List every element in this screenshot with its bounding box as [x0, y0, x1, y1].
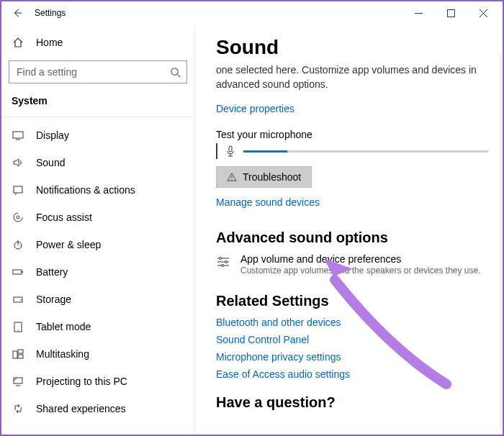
sidebar-item-tablet-mode[interactable]: Tablet mode — [1, 313, 194, 340]
warning-icon — [227, 172, 237, 182]
sidebar-item-sound[interactable]: Sound — [1, 149, 194, 176]
sound-control-panel-link[interactable]: Sound Control Panel — [216, 334, 488, 345]
projecting-icon — [12, 376, 24, 387]
page-title: Sound — [216, 36, 488, 59]
svg-rect-14 — [18, 355, 23, 358]
sidebar-item-power-sleep[interactable]: Power & sleep — [1, 231, 194, 258]
svg-rect-6 — [13, 270, 22, 274]
sidebar-item-battery[interactable]: Battery — [1, 258, 194, 286]
svg-point-4 — [17, 216, 19, 219]
app-volume-title: App volume and device preferences — [240, 253, 481, 265]
maximize-button[interactable] — [435, 1, 467, 24]
sidebar-item-display[interactable]: Display — [1, 122, 194, 149]
svg-rect-3 — [14, 186, 22, 193]
page-description: one selected here. Customize app volumes… — [216, 63, 488, 91]
sidebar-item-label: Notifications & actions — [36, 184, 135, 196]
svg-rect-13 — [18, 350, 23, 353]
sidebar-item-shared-experiences[interactable]: Shared experiences — [1, 395, 194, 422]
sidebar-item-multitasking[interactable]: Multitasking — [1, 340, 194, 368]
scrollbar[interactable] — [500, 53, 501, 430]
sidebar-home[interactable]: Home — [1, 29, 194, 56]
sidebar-item-notifications[interactable]: Notifications & actions — [1, 176, 194, 204]
content-pane: Sound one selected here. Customize app v… — [194, 24, 503, 435]
sidebar-item-label: Storage — [36, 294, 71, 305]
minimize-button[interactable] — [402, 1, 435, 24]
sidebar-item-storage[interactable]: Storage — [1, 286, 194, 313]
back-button[interactable] — [4, 1, 30, 24]
sidebar-item-projecting[interactable]: Projecting to this PC — [1, 368, 194, 395]
multitasking-icon — [12, 348, 24, 360]
close-icon — [480, 9, 487, 17]
manage-sound-devices-link[interactable]: Manage sound devices — [216, 196, 320, 208]
close-button[interactable] — [467, 1, 500, 24]
microphone-level-bar — [243, 150, 488, 153]
have-a-question-heading: Have a question? — [216, 394, 488, 411]
microphone-privacy-link[interactable]: Microphone privacy settings — [216, 351, 488, 363]
svg-point-18 — [219, 258, 221, 260]
sidebar-item-label: Battery — [36, 266, 68, 278]
svg-rect-16 — [229, 146, 232, 152]
advanced-sound-heading: Advanced sound options — [216, 230, 488, 246]
sidebar-item-label: Multitasking — [36, 348, 89, 360]
focus-assist-icon — [12, 212, 24, 223]
sliders-icon — [216, 255, 230, 269]
search-icon — [170, 67, 181, 78]
sidebar-home-label: Home — [36, 37, 63, 48]
display-icon — [12, 130, 24, 141]
app-volume-preferences-row[interactable]: App volume and device preferences Custom… — [216, 253, 488, 276]
maximize-icon — [447, 9, 455, 17]
svg-point-9 — [20, 299, 22, 301]
storage-icon — [12, 294, 24, 305]
svg-point-1 — [171, 68, 178, 74]
power-icon — [12, 239, 24, 250]
titlebar: Settings — [1, 1, 503, 24]
svg-point-20 — [221, 265, 223, 267]
troubleshoot-button[interactable]: Troubleshoot — [216, 166, 312, 188]
arrow-left-icon — [12, 8, 22, 18]
svg-rect-15 — [14, 378, 22, 383]
sound-icon — [12, 157, 24, 168]
bluetooth-devices-link[interactable]: Bluetooth and other devices — [216, 317, 488, 328]
sidebar-item-label: Tablet mode — [36, 321, 91, 332]
device-properties-link[interactable]: Device properties — [216, 103, 294, 114]
search-input[interactable] — [15, 65, 170, 78]
battery-icon — [12, 266, 24, 278]
svg-rect-12 — [13, 351, 17, 358]
svg-point-17 — [231, 179, 232, 180]
sidebar: Home System Display Sou — [1, 24, 194, 435]
sidebar-item-label: Power & sleep — [36, 239, 101, 250]
notifications-icon — [12, 184, 24, 196]
sidebar-item-label: Display — [36, 130, 69, 141]
svg-point-11 — [17, 330, 18, 330]
search-box[interactable] — [9, 60, 187, 83]
sidebar-item-focus-assist[interactable]: Focus assist — [1, 204, 194, 231]
test-microphone-label: Test your microphone — [216, 129, 488, 140]
sidebar-divider — [1, 117, 194, 117]
content-divider — [194, 24, 195, 435]
home-icon — [12, 37, 24, 48]
troubleshoot-label: Troubleshoot — [243, 171, 301, 183]
svg-point-19 — [225, 261, 227, 263]
sidebar-item-label: Sound — [36, 157, 65, 168]
sidebar-item-label: Projecting to this PC — [36, 376, 127, 387]
svg-rect-0 — [448, 9, 455, 17]
svg-rect-7 — [22, 271, 23, 273]
ease-of-access-audio-link[interactable]: Ease of Access audio settings — [216, 368, 488, 380]
microphone-icon — [225, 145, 236, 157]
app-volume-subtitle: Customize app volumes and the speakers o… — [240, 265, 481, 276]
related-settings-heading: Related Settings — [216, 293, 488, 309]
sidebar-group-header: System — [1, 91, 194, 114]
svg-rect-2 — [13, 132, 23, 138]
sidebar-item-label: Shared experiences — [36, 403, 126, 414]
sidebar-item-label: Focus assist — [36, 212, 92, 223]
test-microphone-row — [216, 143, 488, 159]
window-title: Settings — [35, 8, 66, 18]
shared-icon — [12, 403, 24, 414]
minimize-icon — [415, 9, 423, 17]
tablet-icon — [12, 321, 24, 332]
